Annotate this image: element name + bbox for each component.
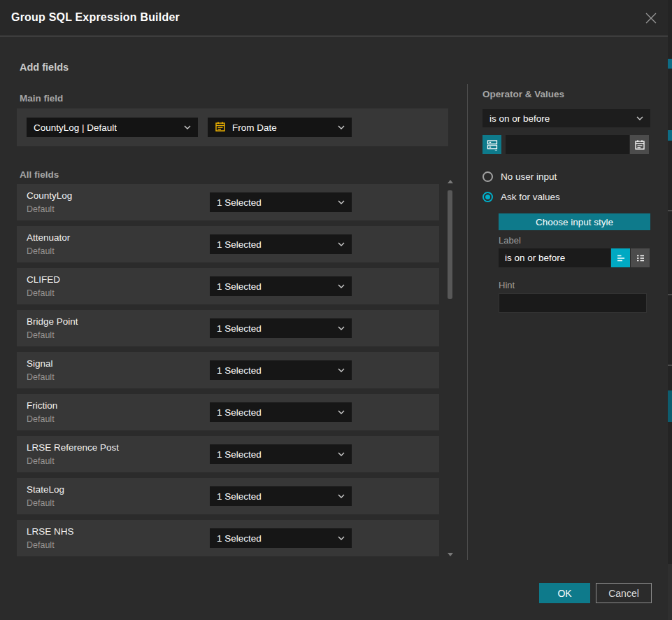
- cancel-button[interactable]: Cancel: [596, 583, 652, 603]
- field-name: LRSE NHS: [27, 526, 74, 537]
- field-name: CLIFED: [27, 274, 60, 285]
- chevron-down-icon: [338, 536, 345, 540]
- radio-no-user-input-label: No user input: [501, 171, 557, 182]
- layer-select[interactable]: CountyLog | Default: [27, 118, 198, 137]
- chevron-down-icon: [636, 116, 643, 120]
- field-values-select-value: 1 Selected: [217, 491, 262, 502]
- choose-input-style-button[interactable]: Choose input style: [499, 213, 650, 230]
- group-sql-expression-builder-dialog: Group SQL Expression Builder Add fields …: [0, 0, 672, 620]
- date-picker-button[interactable]: [630, 135, 649, 154]
- radio-ask-for-values-label: Ask for values: [501, 192, 560, 202]
- label-caption: Label: [499, 235, 521, 246]
- align-left-icon: [615, 253, 627, 264]
- operator-select[interactable]: is on or before: [482, 109, 650, 127]
- field-values-select-value: 1 Selected: [217, 239, 262, 250]
- field-select-value: From Date: [232, 122, 277, 133]
- field-source: Default: [27, 414, 55, 424]
- layer-select-value: CountyLog | Default: [34, 122, 117, 133]
- label-input[interactable]: [499, 248, 610, 267]
- radio-on-icon: [482, 192, 493, 202]
- field-name: Friction: [27, 400, 57, 411]
- field-name: StateLog: [27, 484, 64, 495]
- chevron-down-icon: [338, 200, 345, 204]
- field-source: Default: [27, 330, 55, 340]
- field-source: Default: [27, 372, 55, 382]
- field-values-select-value: 1 Selected: [217, 407, 262, 418]
- calendar-icon: [634, 139, 645, 150]
- chevron-down-icon: [338, 368, 345, 372]
- close-icon[interactable]: [644, 11, 658, 25]
- chevron-down-icon: [338, 410, 345, 414]
- field-source: Default: [27, 540, 55, 550]
- field-values-select[interactable]: 1 Selected: [210, 486, 352, 506]
- chevron-down-icon: [338, 494, 345, 498]
- field-values-select[interactable]: 1 Selected: [210, 192, 352, 212]
- field-row: CountyLog Default 1 Selected: [17, 184, 439, 220]
- all-fields-list: CountyLog Default 1 Selected Attenuator …: [17, 184, 439, 562]
- field-row: CLIFED Default 1 Selected: [17, 268, 439, 304]
- field-name: Attenuator: [27, 232, 70, 243]
- field-row: Signal Default 1 Selected: [17, 352, 439, 388]
- chevron-down-icon: [338, 242, 345, 246]
- dialog-titlebar: Group SQL Expression Builder: [0, 0, 668, 36]
- section-title-add-fields: Add fields: [20, 62, 69, 73]
- field-name: LRSE Reference Post: [27, 442, 119, 453]
- chevron-down-icon: [338, 125, 345, 129]
- chevron-down-icon: [184, 125, 191, 129]
- radio-no-user-input[interactable]: No user input: [482, 171, 557, 182]
- list-icon: [635, 253, 646, 264]
- field-row: LRSE Reference Post Default 1 Selected: [17, 436, 439, 472]
- field-source: Default: [27, 288, 55, 298]
- radio-off-icon: [482, 171, 493, 182]
- field-select[interactable]: From Date: [208, 118, 352, 137]
- field-values-select[interactable]: 1 Selected: [210, 276, 352, 296]
- field-row: LRSE NHS Default 1 Selected: [17, 520, 439, 556]
- date-value-input[interactable]: [506, 135, 629, 154]
- label-text-style-button[interactable]: [611, 248, 630, 267]
- value-input-type-button[interactable]: [482, 135, 501, 154]
- scrollbar-thumb[interactable]: [448, 190, 452, 299]
- field-row: Bridge Point Default 1 Selected: [17, 310, 439, 346]
- hint-caption: Hint: [499, 280, 515, 290]
- field-values-select-value: 1 Selected: [217, 197, 262, 208]
- scrollbar-down-arrow-icon[interactable]: [448, 553, 453, 556]
- calendar-icon: [215, 121, 226, 134]
- all-fields-label: All fields: [20, 169, 59, 180]
- hint-input[interactable]: [499, 293, 647, 313]
- field-name: CountyLog: [27, 190, 72, 201]
- field-row: Friction Default 1 Selected: [17, 394, 439, 430]
- field-name: Signal: [27, 358, 53, 369]
- scrollbar-up-arrow-icon[interactable]: [448, 180, 453, 183]
- radio-ask-for-values[interactable]: Ask for values: [482, 192, 560, 202]
- field-values-select[interactable]: 1 Selected: [210, 444, 352, 464]
- main-field-label: Main field: [20, 93, 63, 104]
- field-values-select-value: 1 Selected: [217, 533, 262, 544]
- field-source: Default: [27, 204, 55, 214]
- field-row: Attenuator Default 1 Selected: [17, 226, 439, 262]
- input-type-icon: [486, 139, 499, 151]
- dialog-title: Group SQL Expression Builder: [11, 11, 180, 24]
- field-values-select[interactable]: 1 Selected: [210, 234, 352, 254]
- field-values-select-value: 1 Selected: [217, 323, 262, 334]
- operator-values-title: Operator & Values: [482, 89, 564, 99]
- ok-button[interactable]: OK: [539, 583, 590, 603]
- field-source: Default: [27, 456, 55, 466]
- field-values-select[interactable]: 1 Selected: [210, 528, 352, 548]
- field-values-select[interactable]: 1 Selected: [210, 318, 352, 338]
- panel-divider: [467, 84, 468, 560]
- field-values-select-value: 1 Selected: [217, 281, 262, 292]
- field-row: StateLog Default 1 Selected: [17, 478, 439, 514]
- chevron-down-icon: [338, 452, 345, 456]
- chevron-down-icon: [338, 326, 345, 330]
- field-values-select[interactable]: 1 Selected: [210, 360, 352, 380]
- main-field-container: CountyLog | Default From Date: [17, 108, 448, 146]
- background-page-edge: [668, 0, 672, 620]
- field-name: Bridge Point: [27, 316, 78, 327]
- field-values-select[interactable]: 1 Selected: [210, 402, 352, 422]
- field-values-select-value: 1 Selected: [217, 449, 262, 460]
- chevron-down-icon: [338, 284, 345, 288]
- field-values-select-value: 1 Selected: [217, 365, 262, 376]
- field-source: Default: [27, 246, 55, 256]
- label-list-style-button[interactable]: [631, 248, 650, 267]
- operator-select-value: is on or before: [489, 113, 550, 124]
